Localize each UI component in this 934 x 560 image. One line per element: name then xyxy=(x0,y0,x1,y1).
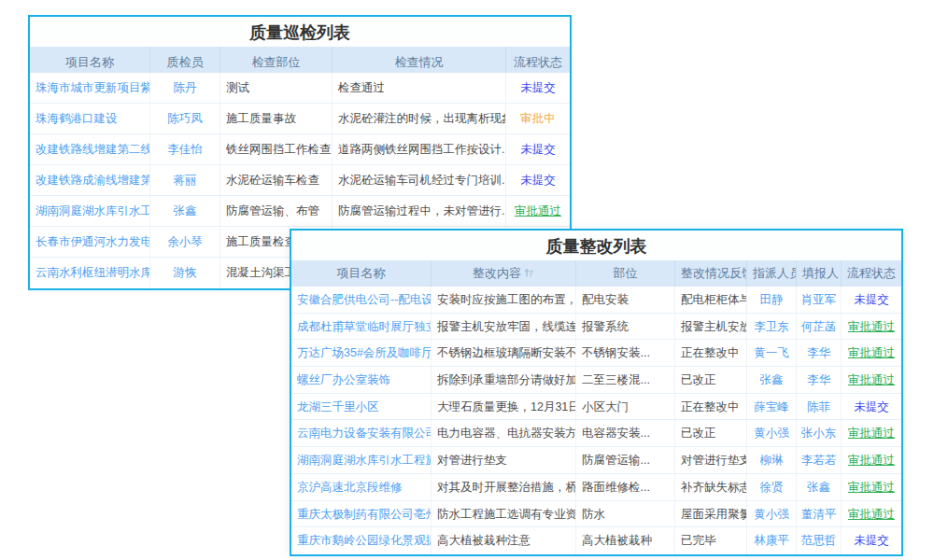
project-name-link[interactable]: 京沪高速北京段维修 xyxy=(291,474,432,500)
feedback-text: 报警主机安放... xyxy=(675,314,747,340)
assignee-link[interactable]: 徐贤 xyxy=(747,474,797,500)
inspector-link[interactable]: 陈巧凤 xyxy=(150,104,220,133)
process-status-badge[interactable]: 审批通过 xyxy=(842,314,901,340)
process-status-badge[interactable]: 审批通过 xyxy=(842,474,901,500)
part-text: 配电安装 xyxy=(576,287,675,313)
reporter-link[interactable]: 范思哲 xyxy=(797,527,842,554)
project-name-link[interactable]: 改建铁路线增建第二线... xyxy=(30,134,150,164)
assignee-link[interactable]: 薛宝峰 xyxy=(747,394,797,420)
project-name-link[interactable]: 螺丝厂办公室装饰 xyxy=(291,367,432,393)
reporter-link[interactable]: 董清平 xyxy=(797,501,842,527)
feedback-text: 对管进行垫支 xyxy=(675,447,747,473)
feedback-text: 已改正 xyxy=(675,367,747,393)
reporter-link[interactable]: 李若若 xyxy=(797,447,842,473)
assignee-link[interactable]: 黄小强 xyxy=(747,501,797,527)
project-name-link[interactable]: 万达广场35#会所及咖啡厅空... xyxy=(291,340,432,366)
process-status-badge[interactable]: 未提交 xyxy=(506,134,570,164)
rectification-table-row: 重庆太极制药有限公司亳州中... 防水工程施工选调有专业资质... 防水 屋面采… xyxy=(291,501,901,528)
rectification-table-body: 安徽合肥供电公司--配电设备... 安装时应按施工图的布置，将... 配电安装 … xyxy=(291,287,901,554)
feedback-text: 配电柜柜体与... xyxy=(675,287,747,313)
reporter-link[interactable]: 陈菲 xyxy=(797,394,842,420)
rectify-content-text: 对管进行垫支 xyxy=(432,447,576,473)
column-header-process-status: 流程状态 xyxy=(506,47,570,73)
inspection-table-row: 湖南洞庭湖水库引水工... 张鑫 防腐管运输、布管 防腐管运输过程中，未对管进行… xyxy=(30,196,570,227)
column-header-project-name: 项目名称 xyxy=(291,260,432,287)
part-text: 防腐管运输... xyxy=(576,447,675,473)
process-status-badge[interactable]: 审批通过 xyxy=(842,367,901,393)
inspector-link[interactable]: 余小琴 xyxy=(150,227,220,257)
project-name-link[interactable]: 重庆市鹅岭公园绿化景观提升... xyxy=(291,527,432,554)
rectification-table-row: 云南电力设备安装有限公司20... 电力电容器、电抗器安装方案,... 电容器安… xyxy=(291,420,901,447)
part-text: 小区大门 xyxy=(576,394,675,420)
project-name-link[interactable]: 云南水利枢纽潜明水库... xyxy=(30,258,150,288)
project-name-link[interactable]: 长春市伊通河水力发电... xyxy=(30,227,150,257)
part-text: 路面维修检... xyxy=(576,474,675,500)
feedback-text: 已改正 xyxy=(675,420,747,446)
project-name-link[interactable]: 珠海市城市更新项目紫... xyxy=(30,73,150,103)
assignee-link[interactable]: 张鑫 xyxy=(747,367,797,393)
project-name-link[interactable]: 成都杜甫草堂临时展厅独立展... xyxy=(291,314,432,340)
inspection-table-row: 改建铁路线增建第二线... 李佳怡 铁丝网围挡工作检查 道路两侧铁丝网围挡工作按… xyxy=(30,134,570,165)
project-name-link[interactable]: 安徽合肥供电公司--配电设备... xyxy=(291,287,432,313)
assignee-link[interactable]: 黄小强 xyxy=(747,420,797,446)
process-status-badge[interactable]: 审批通过 xyxy=(842,501,901,527)
reporter-link[interactable]: 李华 xyxy=(797,340,842,366)
column-header-rectify-content-label: 整改内容 xyxy=(473,266,521,280)
rectify-content-text: 拆除到承重墙部分请做好加固... xyxy=(432,367,576,393)
rectification-table-row: 湖南洞庭湖水库引水工程施工I标 对管进行垫支 防腐管运输... 对管进行垫支 柳… xyxy=(291,447,901,474)
inspection-situation-text: 水泥砼灌注的时候，出现离析现象 xyxy=(333,104,506,133)
project-name-link[interactable]: 龙湖三千里小区 xyxy=(291,394,432,420)
process-status-badge[interactable]: 未提交 xyxy=(842,287,901,313)
rectify-content-text: 不锈钢边框玻璃隔断安装不牢... xyxy=(432,340,576,366)
rectification-table-row: 龙湖三千里小区 大理石质量更换，12月31日之... 小区大门 正在整改中 薛宝… xyxy=(291,394,901,421)
inspector-link[interactable]: 李佳怡 xyxy=(150,134,220,164)
inspector-link[interactable]: 张鑫 xyxy=(150,196,220,226)
rectification-table-row: 万达广场35#会所及咖啡厅空... 不锈钢边框玻璃隔断安装不牢... 不锈钢安装… xyxy=(291,340,901,367)
reporter-link[interactable]: 何芷菡 xyxy=(797,314,842,340)
assignee-link[interactable]: 黄一飞 xyxy=(747,340,797,366)
assignee-link[interactable]: 林康平 xyxy=(747,527,797,554)
process-status-badge[interactable]: 未提交 xyxy=(842,394,901,420)
rectification-table-row: 安徽合肥供电公司--配电设备... 安装时应按施工图的布置，将... 配电安装 … xyxy=(291,287,901,314)
process-status-badge[interactable]: 审批通过 xyxy=(842,420,901,446)
project-name-link[interactable]: 云南电力设备安装有限公司20... xyxy=(291,420,432,446)
assignee-link[interactable]: 柳琳 xyxy=(747,447,797,473)
process-status-badge[interactable]: 审批通过 xyxy=(506,196,570,226)
project-name-link[interactable]: 湖南洞庭湖水库引水工... xyxy=(30,196,150,226)
column-header-rectify-content[interactable]: 整改内容 xyxy=(432,260,576,287)
assignee-link[interactable]: 李卫东 xyxy=(747,314,797,340)
inspection-table-row: 珠海市城市更新项目紫... 陈丹 测试 检查通过 未提交 xyxy=(30,73,570,104)
rectification-table-row: 重庆市鹅岭公园绿化景观提升... 高大植被栽种注意 高大植被栽种 已完毕 林康平… xyxy=(291,527,901,554)
process-status-badge[interactable]: 未提交 xyxy=(506,73,570,103)
inspector-link[interactable]: 陈丹 xyxy=(150,73,220,103)
reporter-link[interactable]: 张鑫 xyxy=(797,474,842,500)
column-header-project-name: 项目名称 xyxy=(30,47,150,73)
quality-rectification-card: 质量整改列表 项目名称 整改内容 部位 整改情况反馈 指派人员 填报人 流程状态… xyxy=(290,229,903,556)
rectify-content-text: 防水工程施工选调有专业资质... xyxy=(432,501,576,527)
reporter-link[interactable]: 肖亚军 xyxy=(797,287,842,313)
process-status-badge[interactable]: 审批通过 xyxy=(842,340,901,366)
inspector-link[interactable]: 游恢 xyxy=(150,258,220,288)
assignee-link[interactable]: 田静 xyxy=(747,287,797,313)
project-name-link[interactable]: 湖南洞庭湖水库引水工程施工I标 xyxy=(291,447,432,473)
inspector-link[interactable]: 蒋丽 xyxy=(150,165,220,195)
process-status-badge[interactable]: 未提交 xyxy=(506,165,570,195)
process-status-badge[interactable]: 审批通过 xyxy=(842,447,901,473)
column-header-inspection-situation: 检查情况 xyxy=(333,47,506,73)
inspection-part-text: 测试 xyxy=(220,73,333,103)
reporter-link[interactable]: 李华 xyxy=(797,367,842,393)
inspection-situation-text: 道路两侧铁丝网围挡工作按设计... xyxy=(333,134,506,164)
rectify-content-text: 安装时应按施工图的布置，将... xyxy=(432,287,576,313)
inspection-situation-text: 水泥砼运输车司机经过专门培训... xyxy=(333,165,506,195)
project-name-link[interactable]: 改建铁路成渝线增建第... xyxy=(30,165,150,195)
project-name-link[interactable]: 重庆太极制药有限公司亳州中... xyxy=(291,501,432,527)
process-status-badge[interactable]: 审批中 xyxy=(506,104,570,133)
project-name-link[interactable]: 珠海鹤港口建设 xyxy=(30,104,150,133)
feedback-text: 已完毕 xyxy=(675,527,747,554)
reporter-link[interactable]: 张小东 xyxy=(797,420,842,446)
process-status-badge[interactable]: 未提交 xyxy=(842,527,901,554)
column-header-inspection-part: 检查部位 xyxy=(220,47,333,73)
feedback-text: 正在整改中 xyxy=(675,340,747,366)
sort-icon[interactable] xyxy=(524,261,534,287)
rectify-content-text: 对其及时开展整治措施，桥头... xyxy=(432,474,576,500)
